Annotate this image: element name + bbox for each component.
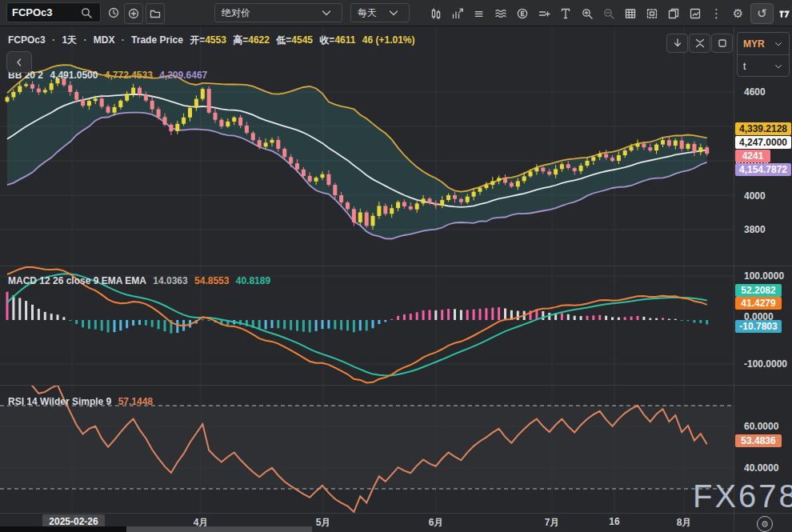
interval-label: 每天 <box>358 6 377 20</box>
arrow-down-icon <box>669 34 686 53</box>
search-icon <box>78 3 95 22</box>
rsi-value: 57.1448 <box>118 396 153 407</box>
price-tick: 3800 <box>734 223 792 236</box>
time-tick: 7月 <box>545 516 560 530</box>
currency-dropdown[interactable]: MYR <box>738 33 789 54</box>
currency-label: MYR <box>743 38 765 50</box>
text-tool-icon[interactable] <box>554 4 576 23</box>
bb-legend-row: BB 20 2 4,491.0500 4,772.4533 4,209.6467 <box>8 70 211 81</box>
indicators-icon[interactable] <box>446 4 468 23</box>
chart-stats-icon[interactable] <box>684 4 706 23</box>
panel-separator[interactable] <box>0 385 792 386</box>
low-value: 4545 <box>291 34 313 46</box>
rsi-badge: 53.4836 <box>735 434 782 447</box>
undo-icon[interactable]: ↺ <box>750 3 774 24</box>
axis-settings-gear-icon[interactable]: ⚙ <box>757 516 773 532</box>
macd-legend-row: MACD 12 26 close 9 EMA EMA 14.0363 54.85… <box>8 275 274 286</box>
more-icon[interactable]: ⋮ <box>706 4 727 23</box>
time-tick: 6月 <box>429 516 444 530</box>
macd-tick: 100.0000 <box>734 270 792 282</box>
high-label: 高= <box>233 34 248 46</box>
main-legend-row: FCPOc3 · 1天 · MDX · Trade Price 开=4553 高… <box>8 34 418 47</box>
time-tick: 8月 <box>677 516 692 530</box>
interval-dropdown[interactable]: 每天 <box>350 3 410 22</box>
maximize-icon <box>714 34 731 53</box>
main-price-chart[interactable] <box>0 26 734 266</box>
symbol-search-box[interactable]: FCPOc3 <box>6 2 101 22</box>
add-symbol-icon[interactable] <box>124 3 143 24</box>
close-label: 收= <box>319 34 334 46</box>
legend-separator: · <box>83 34 86 46</box>
legend-exchange: MDX <box>94 34 115 46</box>
rsi-tick: 60.0000 <box>734 420 792 433</box>
legend-separator: · <box>122 34 125 46</box>
last-price-badge: 4241 <box>735 150 770 162</box>
price-tick: 4000 <box>734 190 792 202</box>
scrollbar-track <box>0 526 126 532</box>
bb-upper-badge: 4,339.2128 <box>735 122 791 135</box>
macd-line-badge: 41.4279 <box>735 297 782 310</box>
layout-lines-icon[interactable]: ≡ <box>468 4 490 23</box>
change-value: 46 (+1.01%) <box>362 34 415 46</box>
macd-signal-value: 40.8189 <box>236 275 270 286</box>
toolbar-icon-group: ≡ ⋮ ⚙ ↺ <box>425 3 792 24</box>
chevron-down-icon <box>774 34 783 54</box>
rsi-legend-row: RSI 14 Wilder Simple 9 57.1448 <box>8 396 157 407</box>
panel-separator[interactable] <box>0 266 792 266</box>
clock-icon[interactable] <box>105 3 122 22</box>
axis-corner-separator <box>734 514 734 532</box>
unit-label: t <box>743 61 746 72</box>
back-button[interactable] <box>6 51 32 73</box>
events-icon[interactable] <box>511 4 533 23</box>
collapse-panel-button[interactable] <box>689 34 710 53</box>
chevron-down-icon <box>774 57 783 76</box>
close-value: 4611 <box>334 34 355 46</box>
price-mode-dropdown[interactable]: 绝对价 <box>214 3 342 22</box>
scrollbar-thumb[interactable] <box>126 526 312 532</box>
grid-icon[interactable] <box>619 4 641 23</box>
rsi-name: RSI 14 Wilder Simple 9 <box>8 396 111 407</box>
legend-separator: · <box>52 34 55 46</box>
collapse-icon <box>691 34 709 53</box>
zoom-in-icon[interactable] <box>576 4 598 23</box>
chevron-left-icon <box>10 53 28 72</box>
patterns-icon[interactable] <box>490 4 511 23</box>
low-label: 低= <box>276 34 291 46</box>
time-tick: 5月 <box>316 516 331 530</box>
chevron-down-icon <box>385 3 402 22</box>
price-mode-label: 绝对价 <box>222 6 250 20</box>
price-axis[interactable]: MYR t 4600 4,339.2128 4,247.0000 4241 4,… <box>734 26 792 513</box>
legend-symbol: FCPOc3 <box>8 34 46 46</box>
bb-lower-badge: 4,154.7872 <box>735 163 791 176</box>
compare-icon[interactable] <box>533 4 554 23</box>
copy-icon[interactable] <box>662 4 684 23</box>
macd-hist-badge: -10.7803 <box>735 320 782 333</box>
settings-gear-icon[interactable]: ⚙ <box>727 4 749 23</box>
open-value: 4553 <box>205 34 226 46</box>
legend-interval: 1天 <box>62 34 77 46</box>
open-label: 开= <box>190 34 205 46</box>
scroll-to-recent-button[interactable] <box>666 34 688 53</box>
unit-dropdown[interactable]: t <box>738 54 789 77</box>
screenshot-icon[interactable] <box>641 4 662 23</box>
prev-close-badge: 4,247.0000 <box>735 136 791 149</box>
bb-upper-value: 4,772.4533 <box>105 70 153 81</box>
fx678-watermark: FX678 <box>693 480 792 512</box>
tradingview-logo[interactable] <box>774 4 792 23</box>
folder-icon[interactable] <box>146 3 165 24</box>
macd-tick: -100.0000 <box>734 358 792 370</box>
macd-hist-value: 14.0363 <box>153 275 187 286</box>
candle-style-icon[interactable] <box>425 4 446 23</box>
zoom-out-icon[interactable] <box>598 4 619 23</box>
bb-basis-value: 4,491.0500 <box>50 70 98 81</box>
bb-lower-value: 4,209.6467 <box>159 70 207 81</box>
currency-unit-selector[interactable]: MYR t <box>737 32 790 77</box>
chevron-down-icon <box>318 3 335 22</box>
price-tick: 4600 <box>734 86 792 98</box>
symbol-input[interactable]: FCPOc3 <box>12 6 78 18</box>
time-tick: 16 <box>609 516 619 527</box>
maximize-panel-button[interactable] <box>711 34 733 53</box>
top-toolbar: FCPOc3 绝对价 每天 ≡ ⋮ ⚙ ↺ <box>0 0 792 26</box>
macd-name: MACD 12 26 close 9 EMA EMA <box>8 275 146 286</box>
legend-price-type: Trade Price <box>131 34 183 46</box>
